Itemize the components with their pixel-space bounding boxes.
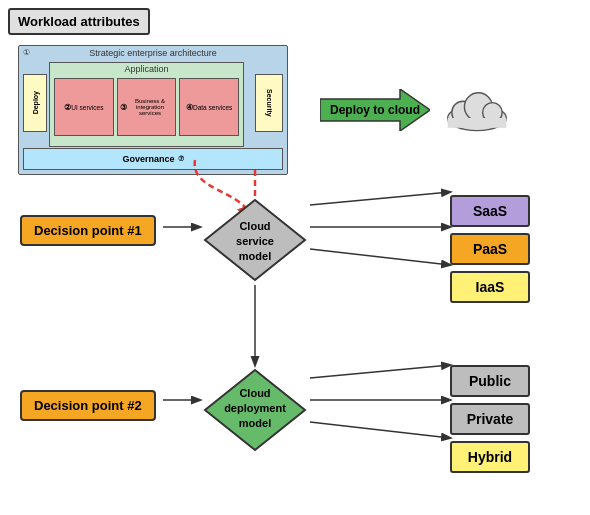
private-box: Private <box>450 403 530 435</box>
paas-box: PaaS <box>450 233 530 265</box>
svg-line-9 <box>310 249 450 265</box>
arch-application-label: Application <box>50 63 243 74</box>
svg-text:model: model <box>239 250 271 262</box>
svg-text:Cloud: Cloud <box>239 220 270 232</box>
svg-line-7 <box>310 192 450 205</box>
deploy-label: Deploy to cloud <box>330 103 420 117</box>
arch-application-box: Application ②UI services ③Business & int… <box>49 62 244 147</box>
workload-attributes-label: Workload attributes <box>8 8 150 35</box>
svg-text:model: model <box>239 417 271 429</box>
arch-security-box: Security <box>255 74 283 132</box>
svg-line-14 <box>310 422 450 438</box>
svg-line-12 <box>310 365 450 378</box>
arch-deploy-box: Deploy <box>23 74 47 132</box>
svg-text:deployment: deployment <box>224 402 286 414</box>
arch-data-box: ④Data services <box>179 78 239 136</box>
arch-strategic-label: Strategic enterprise architecture <box>19 48 287 58</box>
svg-text:service: service <box>236 235 274 247</box>
decision-point-1: Decision point #1 <box>20 215 156 246</box>
iaas-box: IaaS <box>450 271 530 303</box>
cloud-service-diamond: Cloud service model <box>200 195 310 289</box>
arch-ui-box: ②UI services <box>54 78 114 136</box>
hybrid-box: Hybrid <box>450 441 530 473</box>
arch-biz-box: ③Business & integration services <box>117 78 177 136</box>
public-box: Public <box>450 365 530 397</box>
svg-rect-5 <box>448 118 507 128</box>
deploy-to-cloud-section: Deploy to cloud <box>320 80 512 139</box>
cloud-icon <box>442 80 512 139</box>
decision-point-2: Decision point #2 <box>20 390 156 421</box>
svg-text:Cloud: Cloud <box>239 387 270 399</box>
cloud-deployment-diamond: Cloud deployment model <box>200 365 310 459</box>
saas-box: SaaS <box>450 195 530 227</box>
